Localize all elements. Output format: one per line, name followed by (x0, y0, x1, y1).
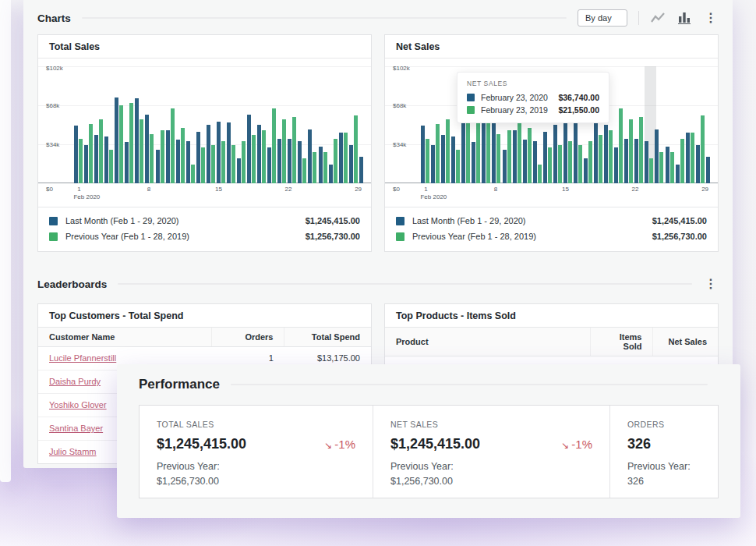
bar-current[interactable] (614, 147, 618, 183)
bar-current[interactable] (217, 122, 221, 183)
bar-chart-icon[interactable] (677, 10, 692, 26)
bar-current[interactable] (696, 145, 700, 183)
bar-group-day-1[interactable] (421, 66, 429, 183)
bar-current[interactable] (84, 145, 88, 183)
bar-group-day-7[interactable] (135, 66, 143, 183)
stat-total-sales[interactable]: TOTAL SALES $1,245,415.00 ↘-1% Previous … (140, 406, 373, 498)
bar-current[interactable] (543, 132, 547, 183)
bar-current[interactable] (686, 133, 690, 183)
bar-previous[interactable] (201, 147, 205, 183)
bar-previous[interactable] (588, 141, 592, 183)
bar-previous[interactable] (231, 145, 235, 183)
bar-current[interactable] (359, 157, 363, 183)
bar-previous[interactable] (354, 115, 358, 183)
bar-current[interactable] (523, 140, 527, 183)
bar-previous[interactable] (129, 103, 133, 183)
bar-group-day-21[interactable] (277, 66, 286, 183)
bar-group-day-27[interactable] (686, 66, 694, 183)
bar-current[interactable] (207, 125, 210, 183)
bar-group-day-23[interactable] (298, 66, 306, 183)
bar-current[interactable] (472, 142, 475, 183)
bar-group-day-21[interactable] (624, 66, 633, 183)
bar-previous[interactable] (578, 145, 582, 183)
bar-group-day-13[interactable] (196, 66, 205, 183)
column-header[interactable]: Net Sales (653, 328, 718, 356)
bar-current[interactable] (513, 130, 517, 183)
bar-group-day-29[interactable] (359, 66, 363, 183)
bar-group-day-2[interactable] (84, 66, 93, 183)
bar-previous[interactable] (150, 134, 154, 183)
bar-previous[interactable] (334, 139, 337, 183)
bar-current[interactable] (339, 133, 343, 183)
customer-link[interactable]: Lucile Pfannerstill (49, 353, 116, 363)
column-header[interactable]: Items Sold (590, 328, 653, 356)
legend-row[interactable]: Last Month (Feb 1 - 29, 2020) $1,245,415… (38, 213, 371, 229)
bar-current[interactable] (237, 158, 241, 183)
bar-group-day-1[interactable] (74, 66, 83, 183)
bar-previous[interactable] (649, 158, 653, 183)
bar-current[interactable] (135, 98, 139, 183)
bar-current[interactable] (277, 139, 281, 183)
customer-link[interactable]: Yoshiko Glover (49, 400, 107, 410)
bar-current[interactable] (706, 157, 710, 183)
bar-previous[interactable] (456, 150, 460, 183)
bar-previous[interactable] (262, 130, 266, 183)
bar-previous[interactable] (680, 139, 684, 183)
bar-group-day-16[interactable] (227, 66, 235, 183)
bar-previous[interactable] (242, 141, 246, 183)
bar-previous[interactable] (670, 152, 674, 183)
bar-group-day-20[interactable] (614, 66, 623, 183)
bar-group-day-2[interactable] (431, 66, 440, 183)
bar-current[interactable] (431, 145, 435, 183)
bar-previous[interactable] (171, 108, 175, 183)
bar-previous[interactable] (639, 117, 643, 183)
bar-current[interactable] (94, 135, 98, 183)
bar-previous[interactable] (568, 141, 572, 183)
bar-current[interactable] (176, 140, 180, 183)
bar-current[interactable] (634, 139, 638, 183)
bar-previous[interactable] (599, 135, 602, 183)
kebab-menu-icon[interactable]: ⋮ (703, 10, 719, 26)
bar-previous[interactable] (109, 150, 113, 183)
bar-current[interactable] (645, 141, 648, 183)
bar-group-day-19[interactable] (257, 66, 266, 183)
bar-group-day-5[interactable] (115, 66, 123, 183)
bar-current[interactable] (196, 132, 200, 183)
bar-current[interactable] (115, 98, 118, 183)
bar-current[interactable] (186, 141, 190, 183)
bar-group-day-6[interactable] (125, 66, 133, 183)
stat-orders[interactable]: ORDERS 326 Previous Year: 326 (610, 406, 718, 498)
bar-current[interactable] (503, 150, 507, 183)
bar-group-day-29[interactable] (706, 66, 710, 183)
bar-previous[interactable] (426, 139, 429, 183)
bar-previous[interactable] (282, 119, 286, 183)
bar-previous[interactable] (181, 128, 185, 183)
bar-previous[interactable] (486, 119, 490, 183)
column-header[interactable]: Product (385, 328, 590, 356)
bar-current[interactable] (257, 125, 261, 183)
bar-previous[interactable] (528, 128, 532, 183)
bar-group-day-14[interactable] (207, 66, 215, 183)
bar-group-day-25[interactable] (319, 66, 327, 183)
bar-current[interactable] (267, 147, 271, 183)
bar-previous[interactable] (211, 145, 215, 183)
bar-group-day-18[interactable] (247, 66, 256, 183)
bar-group-day-3[interactable] (94, 66, 103, 183)
bar-previous[interactable] (79, 139, 83, 183)
bar-previous[interactable] (436, 124, 440, 183)
bar-current[interactable] (329, 165, 333, 183)
customer-link[interactable]: Santina Bayer (49, 424, 103, 433)
bar-current[interactable] (666, 147, 669, 183)
bar-previous[interactable] (701, 115, 705, 183)
column-header[interactable]: Customer Name (38, 328, 211, 347)
bar-current[interactable] (655, 129, 659, 183)
legend-row[interactable]: Previous Year (Feb 1 - 28, 2019) $1,256,… (38, 229, 371, 244)
bar-current[interactable] (441, 135, 445, 183)
bar-group-day-22[interactable] (288, 66, 296, 183)
bar-previous[interactable] (191, 165, 195, 183)
bar-current[interactable] (421, 126, 425, 183)
bar-group-day-28[interactable] (696, 66, 705, 183)
bar-current[interactable] (553, 125, 557, 183)
bar-group-day-27[interactable] (339, 66, 348, 183)
bar-group-day-4[interactable] (104, 66, 113, 183)
